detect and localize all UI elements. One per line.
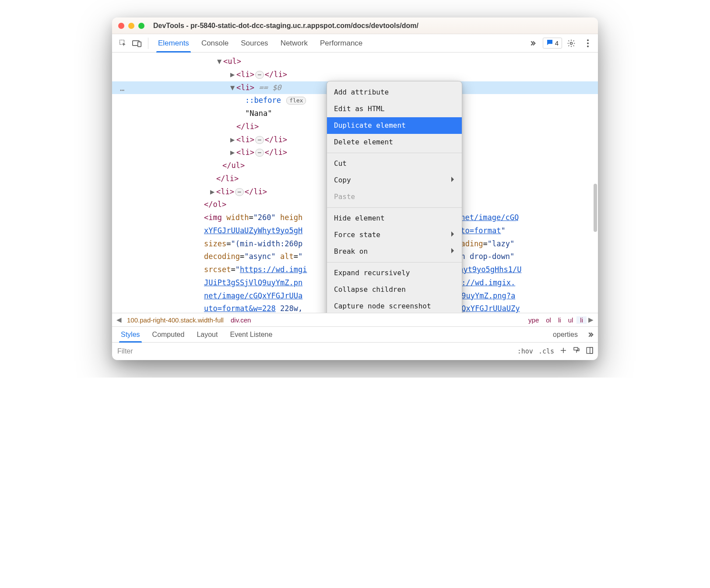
devtools-window: DevTools - pr-5840-static-dot-dcc-stagin… bbox=[112, 18, 598, 360]
context-menu-label: Edit as HTML bbox=[334, 103, 385, 115]
sidebar-tabs: Styles Computed Layout Event Listene ope… bbox=[112, 327, 598, 343]
breadcrumb-item[interactable]: li bbox=[576, 316, 587, 324]
chevron-right-icon bbox=[450, 245, 455, 258]
context-menu-label: Capture node screenshot bbox=[334, 300, 431, 312]
tab-event-listeners[interactable]: Event Listene bbox=[224, 327, 278, 342]
minimize-icon[interactable] bbox=[128, 23, 134, 29]
context-menu-item[interactable]: Add attribute bbox=[327, 84, 462, 101]
context-menu-label: Hide element bbox=[334, 212, 385, 224]
device-toolbar-icon[interactable] bbox=[130, 37, 144, 50]
context-menu-item[interactable]: Duplicate element bbox=[327, 117, 462, 134]
issues-count: 4 bbox=[555, 39, 559, 47]
context-menu-label: Expand recursively bbox=[334, 267, 410, 279]
svg-rect-9 bbox=[590, 347, 593, 354]
tab-elements[interactable]: Elements bbox=[152, 34, 195, 52]
tab-layout[interactable]: Layout bbox=[190, 327, 224, 342]
tab-computed[interactable]: Computed bbox=[146, 327, 191, 342]
context-menu-label: Add attribute bbox=[334, 86, 389, 98]
settings-icon[interactable] bbox=[565, 37, 578, 50]
context-menu-label: Duplicate element bbox=[334, 119, 406, 132]
issues-badge[interactable]: 4 bbox=[543, 38, 562, 49]
context-menu-item[interactable]: Edit as HTML bbox=[327, 101, 462, 117]
svg-rect-2 bbox=[138, 42, 141, 46]
context-menu-item[interactable]: Force state bbox=[327, 227, 462, 243]
context-menu-item[interactable]: Delete element bbox=[327, 134, 462, 150]
scrollbar-thumb[interactable] bbox=[594, 184, 597, 232]
breadcrumb-item[interactable]: ul bbox=[565, 316, 577, 324]
chevron-right-icon bbox=[450, 174, 455, 186]
dom-breadcrumb[interactable]: ◀ 100.pad-right-400.stack.width-full div… bbox=[112, 313, 598, 327]
cls-toggle[interactable]: .cls bbox=[538, 347, 554, 355]
maximize-icon[interactable] bbox=[138, 23, 144, 29]
window-title: DevTools - pr-5840-static-dot-dcc-stagin… bbox=[153, 22, 418, 30]
chevron-right-icon bbox=[450, 229, 455, 241]
paint-icon[interactable] bbox=[573, 346, 580, 356]
svg-point-3 bbox=[570, 42, 573, 44]
inspect-element-icon[interactable] bbox=[116, 37, 130, 50]
context-menu-label: Break on bbox=[334, 245, 368, 258]
tab-console[interactable]: Console bbox=[195, 34, 235, 52]
context-menu: Add attributeEdit as HTMLDuplicate eleme… bbox=[327, 81, 462, 313]
breadcrumb-item[interactable]: li bbox=[555, 316, 565, 324]
styles-filter-bar: :hov .cls bbox=[112, 343, 598, 360]
chat-icon bbox=[546, 39, 553, 47]
context-menu-separator bbox=[327, 262, 462, 262]
new-rule-icon[interactable] bbox=[559, 346, 567, 356]
tab-performance[interactable]: Performance bbox=[314, 34, 369, 52]
tab-styles[interactable]: Styles bbox=[115, 327, 146, 342]
elements-tree[interactable]: ⋯ ▼<ul> ▶<li>⋯</li> ▼<li> == $0 ::before… bbox=[112, 52, 598, 313]
traffic-lights bbox=[118, 23, 144, 29]
context-menu-label: Copy bbox=[334, 174, 351, 186]
panel-tabs: Elements Console Sources Network Perform… bbox=[152, 34, 369, 52]
computed-toggle-icon[interactable] bbox=[586, 346, 594, 356]
breadcrumb-left-icon[interactable]: ◀ bbox=[115, 316, 123, 324]
context-menu-item: Paste bbox=[327, 189, 462, 205]
breadcrumb-right-icon[interactable]: ▶ bbox=[587, 316, 595, 324]
context-menu-item[interactable]: Hide element bbox=[327, 210, 462, 227]
context-menu-item[interactable]: Collapse children bbox=[327, 281, 462, 298]
main-toolbar: Elements Console Sources Network Perform… bbox=[112, 34, 598, 52]
context-menu-item[interactable]: Cut bbox=[327, 155, 462, 172]
collapsed-pill[interactable]: ⋯ bbox=[255, 71, 264, 79]
breadcrumb-item[interactable]: ype bbox=[525, 316, 542, 324]
hover-toggle[interactable]: :hov bbox=[517, 347, 533, 355]
context-menu-label: Collapse children bbox=[334, 284, 406, 296]
flex-badge[interactable]: flex bbox=[286, 97, 306, 105]
context-menu-label: Delete element bbox=[334, 136, 393, 148]
context-menu-label: Paste bbox=[334, 191, 355, 203]
tab-properties[interactable]: operties bbox=[547, 327, 584, 342]
context-menu-label: Cut bbox=[334, 158, 347, 170]
breadcrumb-item[interactable]: div.cen bbox=[227, 316, 254, 324]
context-menu-item[interactable]: Capture node screenshot bbox=[327, 298, 462, 313]
tab-network[interactable]: Network bbox=[274, 34, 314, 52]
close-icon[interactable] bbox=[118, 23, 124, 29]
context-menu-label: Force state bbox=[334, 229, 380, 241]
selected-row-indicator: ⋯ bbox=[120, 83, 125, 97]
toolbar-separator bbox=[148, 38, 148, 49]
context-menu-separator bbox=[327, 153, 462, 153]
more-tabs-icon[interactable] bbox=[526, 37, 539, 50]
context-menu-item[interactable]: Copy bbox=[327, 172, 462, 189]
breadcrumb-item[interactable]: 100.pad-right-400.stack.width-full bbox=[123, 316, 227, 324]
svg-point-5 bbox=[587, 42, 589, 44]
breadcrumb-item[interactable]: ol bbox=[542, 316, 555, 324]
filter-input[interactable] bbox=[116, 347, 204, 356]
more-subtabs-icon[interactable] bbox=[584, 328, 597, 341]
context-menu-item[interactable]: Break on bbox=[327, 243, 462, 260]
svg-point-6 bbox=[587, 46, 589, 47]
svg-rect-7 bbox=[574, 347, 578, 350]
more-options-icon[interactable] bbox=[581, 37, 594, 50]
titlebar: DevTools - pr-5840-static-dot-dcc-stagin… bbox=[112, 18, 598, 34]
svg-point-4 bbox=[587, 39, 589, 41]
tab-sources[interactable]: Sources bbox=[235, 34, 274, 52]
context-menu-separator bbox=[327, 207, 462, 208]
context-menu-item[interactable]: Expand recursively bbox=[327, 265, 462, 281]
